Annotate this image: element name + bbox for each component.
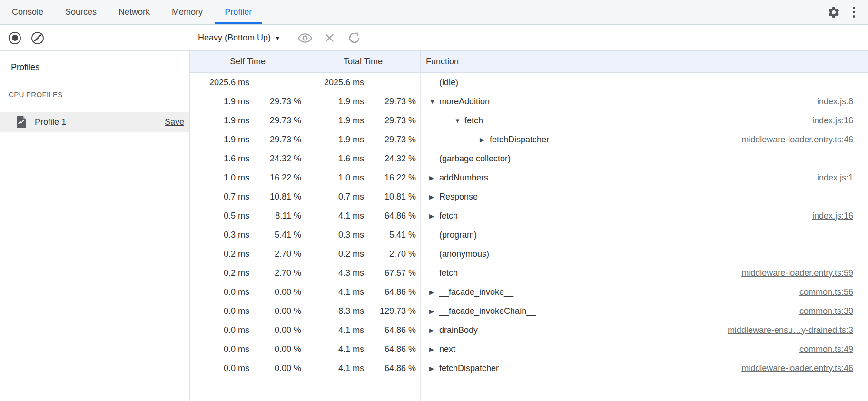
tree-expand-icon[interactable]: ▶ <box>429 327 436 334</box>
source-location-link[interactable]: index.js:16 <box>812 211 868 221</box>
refresh-icon <box>348 31 361 44</box>
toggle-recording-button[interactable] <box>6 30 23 47</box>
tree-expand-icon[interactable]: ▶ <box>429 289 436 296</box>
time-ms-value: 1.9 ms <box>190 116 249 126</box>
function-name: fetchDispatcher <box>490 135 549 145</box>
x-icon <box>324 32 335 44</box>
clear-profiles-button[interactable] <box>29 30 46 47</box>
tree-expand-icon[interactable]: ▶ <box>429 174 436 181</box>
self-time-cell: 0.0 ms0.00 % <box>190 306 306 316</box>
time-ms-value: 4.1 ms <box>306 287 364 297</box>
function-cell: (program) <box>421 230 868 240</box>
tab-memory[interactable]: Memory <box>162 0 213 24</box>
source-location-link[interactable]: common.ts:49 <box>799 344 868 354</box>
self-time-cell: 2025.6 ms <box>190 78 306 88</box>
more-options-button[interactable] <box>844 0 863 24</box>
source-location-link[interactable]: middleware-loader.entry.ts:46 <box>741 363 868 373</box>
source-location-link[interactable]: index.js:8 <box>817 97 868 107</box>
time-ms-value: 1.0 ms <box>190 173 249 183</box>
profile-table-row[interactable]: 1.9 ms29.73 %1.9 ms29.73 %▼fetchindex.js… <box>190 111 868 130</box>
profile-table-row[interactable]: 0.0 ms0.00 %4.1 ms64.86 %▶__facade_invok… <box>190 282 868 301</box>
profile-table-row[interactable]: 2025.6 ms2025.6 ms(idle) <box>190 73 868 92</box>
function-cell: ▶__facade_invokeChain__common.ts:39 <box>421 306 868 316</box>
profile-table-row[interactable]: 0.2 ms2.70 %4.3 ms67.57 %fetchmiddleware… <box>190 263 868 282</box>
time-percent-value: 10.81 % <box>249 192 306 202</box>
profile-table-row[interactable]: 0.0 ms0.00 %4.1 ms64.86 %▶fetchDispatche… <box>190 359 868 378</box>
profile-table-row[interactable]: 0.2 ms2.70 %0.2 ms2.70 %(anonymous) <box>190 244 868 263</box>
function-name: (garbage collector) <box>439 154 511 164</box>
profile-table-row[interactable]: 1.9 ms29.73 %1.9 ms29.73 %▶fetchDispatch… <box>190 130 868 149</box>
function-name: (anonymous) <box>439 249 489 259</box>
view-mode-dropdown[interactable]: Heavy (Bottom Up) ▼ <box>198 33 280 43</box>
function-name: fetch <box>439 268 458 278</box>
time-ms-value: 1.9 ms <box>190 135 249 145</box>
tab-console[interactable]: Console <box>2 0 53 24</box>
time-percent-value: 24.32 % <box>249 154 306 164</box>
function-name: Response <box>439 192 478 202</box>
time-percent-value: 16.22 % <box>364 173 421 183</box>
source-location-link[interactable]: middleware-ensu…y-drained.ts:3 <box>728 325 868 335</box>
source-location-link[interactable]: middleware-loader.entry.ts:59 <box>741 268 868 278</box>
profile-table-row[interactable]: 0.3 ms5.41 %0.3 ms5.41 %(program) <box>190 225 868 244</box>
tab-network[interactable]: Network <box>108 0 160 24</box>
tree-expand-icon[interactable]: ▶ <box>429 308 436 315</box>
tab-profiler[interactable]: Profiler <box>215 0 262 24</box>
time-ms-value: 1.9 ms <box>306 135 364 145</box>
profile-table-row[interactable]: 0.0 ms0.00 %8.3 ms129.73 %▶__facade_invo… <box>190 301 868 321</box>
source-location-link[interactable]: index.js:16 <box>812 116 868 126</box>
column-header-self-time[interactable]: Self Time <box>190 51 306 72</box>
time-percent-value: 29.73 % <box>364 116 421 126</box>
tree-collapse-icon[interactable]: ▼ <box>429 98 436 105</box>
time-percent-value: 29.73 % <box>249 135 306 145</box>
kebab-menu-icon <box>853 7 855 18</box>
column-header-function[interactable]: Function <box>421 51 868 72</box>
tree-collapse-icon[interactable]: ▼ <box>454 117 461 124</box>
profiles-sidebar: Profiles CPU PROFILES Profile 1Save <box>0 51 190 401</box>
tree-expand-icon[interactable]: ▶ <box>480 136 486 143</box>
exclude-function-button[interactable] <box>321 30 338 47</box>
profile-table-row[interactable]: 0.5 ms8.11 %4.1 ms64.86 %▶fetchindex.js:… <box>190 206 868 225</box>
profile-name: Profile 1 <box>35 117 66 127</box>
profile-table-row[interactable]: 0.0 ms0.00 %4.1 ms64.86 %▶drainBodymiddl… <box>190 321 868 340</box>
profile-table-row[interactable]: 1.6 ms24.32 %1.6 ms24.32 %(garbage colle… <box>190 149 868 168</box>
source-location-link[interactable]: common.ts:39 <box>799 306 868 316</box>
profile-table-row[interactable]: 1.0 ms16.22 %1.0 ms16.22 %▶addNumbersind… <box>190 168 868 187</box>
focus-function-button[interactable] <box>296 30 314 47</box>
tab-sources[interactable]: Sources <box>55 0 107 24</box>
sidebar-heading: Profiles <box>11 61 189 73</box>
profile-table-row[interactable]: 0.0 ms0.00 %4.1 ms64.86 %▶nextcommon.ts:… <box>190 340 868 359</box>
restore-functions-button[interactable] <box>346 30 363 47</box>
time-ms-value: 0.5 ms <box>190 211 249 221</box>
time-ms-value: 1.9 ms <box>190 97 249 107</box>
tree-expand-icon[interactable]: ▶ <box>429 212 436 220</box>
self-time-cell: 0.5 ms8.11 % <box>190 211 306 221</box>
profile-table-row[interactable]: 0.7 ms10.81 %0.7 ms10.81 %▶Response <box>190 187 868 206</box>
function-cell: ▶drainBodymiddleware-ensu…y-drained.ts:3 <box>421 325 868 335</box>
settings-button[interactable] <box>823 0 844 24</box>
time-ms-value: 2025.6 ms <box>190 78 249 88</box>
time-ms-value: 1.9 ms <box>306 97 364 107</box>
tree-expand-icon[interactable]: ▶ <box>429 365 436 372</box>
self-time-cell: 0.2 ms2.70 % <box>190 268 306 278</box>
profile-table-row[interactable]: 1.9 ms29.73 %1.9 ms29.73 %▼moreAdditioni… <box>190 92 868 111</box>
time-ms-value: 1.9 ms <box>306 116 364 126</box>
source-location-link[interactable]: index.js:1 <box>817 173 868 183</box>
source-location-link[interactable]: middleware-loader.entry.ts:46 <box>741 135 868 145</box>
profile-list-item[interactable]: Profile 1Save <box>0 112 189 132</box>
column-header-total-time[interactable]: Total Time <box>306 51 421 72</box>
time-ms-value: 0.0 ms <box>190 325 249 335</box>
grid-header-row: Self Time Total Time Function <box>190 51 868 73</box>
save-profile-link[interactable]: Save <box>165 117 184 127</box>
time-ms-value: 8.3 ms <box>306 306 364 316</box>
profiler-toolbar: Heavy (Bottom Up) ▼ <box>0 25 868 51</box>
tree-expand-icon[interactable]: ▶ <box>429 346 436 353</box>
time-percent-value: 24.32 % <box>364 154 421 164</box>
total-time-cell: 1.0 ms16.22 % <box>306 173 421 183</box>
time-ms-value: 0.7 ms <box>306 192 364 202</box>
tree-expand-icon[interactable]: ▶ <box>429 193 436 200</box>
time-ms-value: 0.7 ms <box>190 192 249 202</box>
grid-body: 2025.6 ms2025.6 ms(idle)1.9 ms29.73 %1.9… <box>190 73 868 401</box>
time-percent-value: 29.73 % <box>364 135 421 145</box>
gear-icon <box>827 6 840 19</box>
source-location-link[interactable]: common.ts:56 <box>799 287 868 297</box>
